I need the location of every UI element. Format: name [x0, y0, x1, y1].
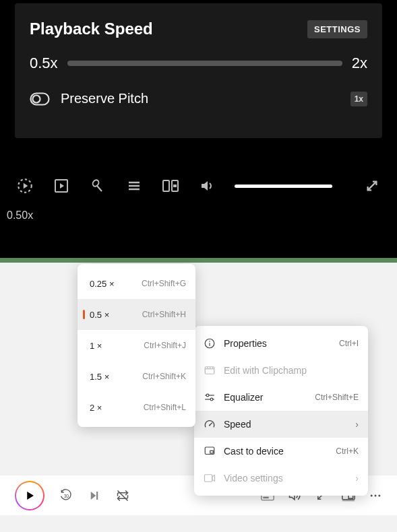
speed-menu-item[interactable]: 1 ×Ctrl+Shift+J — [78, 330, 195, 361]
context-menu-label: Properties — [224, 338, 331, 349]
context-menu-item-properties[interactable]: PropertiesCtrl+I — [194, 330, 368, 357]
playback-speed-panel: Playback Speed SETTINGS 0.5x 2x Preserve… — [15, 3, 382, 138]
svg-line-7 — [97, 186, 102, 191]
svg-rect-13 — [173, 185, 177, 187]
speed-value: 0.25 × — [90, 279, 115, 289]
playback-speed-title: Playback Speed — [30, 20, 153, 38]
speed-shortcut: Ctrl+Shift+K — [142, 372, 186, 381]
svg-marker-5 — [60, 183, 64, 189]
svg-rect-37 — [96, 492, 98, 500]
speed-max-label: 2x — [352, 55, 367, 72]
svg-text:30: 30 — [64, 493, 69, 498]
volume-slider[interactable] — [235, 185, 332, 188]
svg-point-27 — [210, 398, 213, 401]
queue-icon[interactable] — [125, 177, 143, 195]
equalizer-icon — [204, 391, 216, 403]
speed-submenu: 0.25 ×Ctrl+Shift+G0.5 ×Ctrl+Shift+H1 ×Ct… — [78, 264, 195, 427]
cast-icon — [204, 445, 216, 457]
svg-marker-3 — [24, 183, 28, 189]
dark-player-region: Playback Speed SETTINGS 0.5x 2x Preserve… — [0, 0, 397, 258]
speed-dial-icon[interactable] — [16, 177, 34, 195]
svg-point-29 — [209, 424, 210, 426]
fullscreen-icon[interactable] — [363, 177, 381, 195]
speed-readout: 0.50x — [0, 200, 397, 222]
region-separator — [0, 258, 397, 263]
speed-shortcut: Ctrl+Shift+G — [142, 279, 186, 288]
volume-icon[interactable] — [198, 177, 216, 195]
video-toolbar — [0, 138, 397, 200]
context-menu-shortcut: Ctrl+I — [339, 339, 359, 348]
svg-line-15 — [368, 182, 377, 191]
context-menu-shortcut: Ctrl+K — [336, 446, 359, 456]
context-menu-label: Cast to device — [224, 446, 328, 457]
context-menu-item-edit-with-clipchamp: Edit with Clipchamp — [194, 357, 368, 384]
context-menu-label: Video settings — [224, 473, 347, 484]
speed-slider-row: 0.5x 2x — [30, 55, 367, 72]
svg-point-47 — [375, 494, 377, 496]
clipchamp-icon — [204, 364, 216, 376]
info-icon — [204, 337, 216, 350]
preserve-pitch-toggle-icon[interactable] — [30, 92, 50, 106]
pip-icon[interactable] — [162, 177, 179, 195]
context-menu-item-equalizer[interactable]: EqualizerCtrl+Shift+E — [194, 384, 368, 411]
repeat-off-icon[interactable] — [116, 489, 129, 502]
context-menu-label: Equalizer — [224, 392, 307, 403]
svg-rect-31 — [210, 451, 214, 453]
context-menu-item-cast-to-device[interactable]: Cast to deviceCtrl+K — [194, 438, 368, 465]
context-menu-item-video-settings: Video settings› — [194, 465, 368, 492]
chevron-right-icon: › — [355, 473, 359, 484]
chevron-right-icon: › — [355, 419, 359, 430]
svg-point-26 — [206, 394, 209, 397]
settings-button[interactable]: SETTINGS — [307, 20, 367, 38]
next-track-icon[interactable] — [88, 489, 101, 502]
svg-marker-33 — [212, 475, 215, 481]
svg-point-18 — [209, 341, 210, 342]
playlist-icon[interactable] — [53, 177, 70, 195]
speed-shortcut: Ctrl+Shift+L — [144, 403, 186, 412]
svg-point-48 — [378, 494, 380, 496]
context-menu-label: Edit with Clipchamp — [224, 365, 359, 376]
speed-slider[interactable] — [67, 61, 342, 66]
svg-rect-40 — [263, 496, 268, 498]
speed-value: 0.5 × — [90, 310, 109, 320]
svg-rect-32 — [205, 475, 212, 482]
svg-marker-34 — [27, 492, 34, 500]
preserve-pitch-label: Preserve Pitch — [61, 91, 148, 106]
svg-point-6 — [92, 179, 100, 188]
microphone-icon[interactable] — [89, 177, 106, 195]
speed-value: 2 × — [90, 403, 102, 413]
speed-value: 1.5 × — [90, 372, 109, 382]
context-menu-shortcut: Ctrl+Shift+E — [315, 393, 359, 402]
video-icon — [204, 472, 216, 484]
speed-min-label: 0.5x — [30, 55, 58, 72]
context-menu-label: Speed — [224, 419, 347, 430]
speed-menu-item[interactable]: 2 ×Ctrl+Shift+L — [78, 392, 195, 423]
svg-marker-36 — [91, 492, 96, 500]
speed-icon — [204, 418, 216, 430]
svg-point-1 — [33, 95, 40, 102]
svg-marker-14 — [202, 181, 208, 191]
reset-speed-button[interactable]: 1x — [350, 92, 367, 106]
speed-menu-item[interactable]: 0.25 ×Ctrl+Shift+G — [78, 268, 195, 299]
svg-line-38 — [118, 490, 128, 500]
speed-value: 1 × — [90, 341, 102, 351]
svg-point-46 — [371, 494, 373, 496]
skip-back-30-icon[interactable]: 30 — [59, 489, 73, 502]
svg-rect-11 — [163, 180, 169, 191]
speed-shortcut: Ctrl+Shift+H — [142, 310, 186, 319]
context-menu: PropertiesCtrl+IEdit with ClipchampEqual… — [194, 326, 368, 496]
play-button[interactable] — [15, 481, 44, 510]
context-menu-item-speed[interactable]: Speed› — [194, 411, 368, 438]
more-icon[interactable] — [369, 489, 382, 502]
speed-menu-item[interactable]: 1.5 ×Ctrl+Shift+K — [78, 361, 195, 392]
light-player-region: 0.25 ×Ctrl+Shift+G0.5 ×Ctrl+Shift+H1 ×Ct… — [0, 263, 397, 532]
speed-menu-item[interactable]: 0.5 ×Ctrl+Shift+H — [78, 299, 195, 330]
speed-shortcut: Ctrl+Shift+J — [144, 341, 186, 350]
